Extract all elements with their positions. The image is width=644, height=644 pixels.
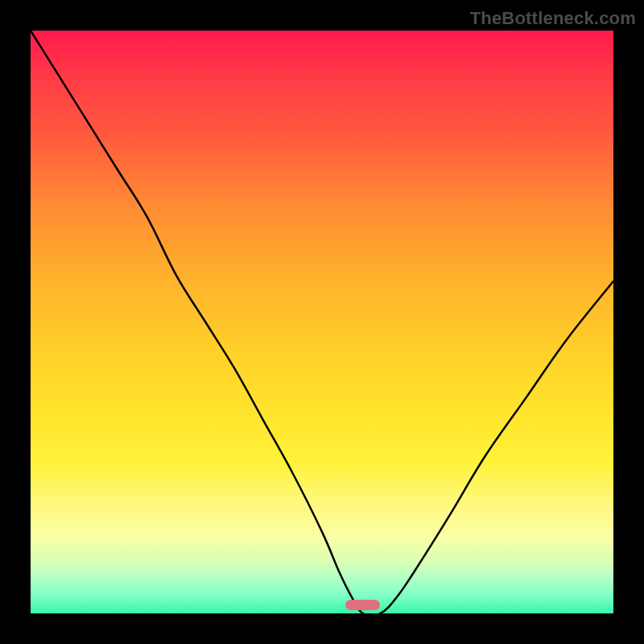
plot-area	[31, 31, 613, 613]
watermark: TheBottleneck.com	[470, 8, 636, 29]
bottleneck-curve	[31, 31, 613, 613]
chart-frame: TheBottleneck.com	[0, 0, 644, 644]
optimal-marker	[345, 600, 380, 610]
